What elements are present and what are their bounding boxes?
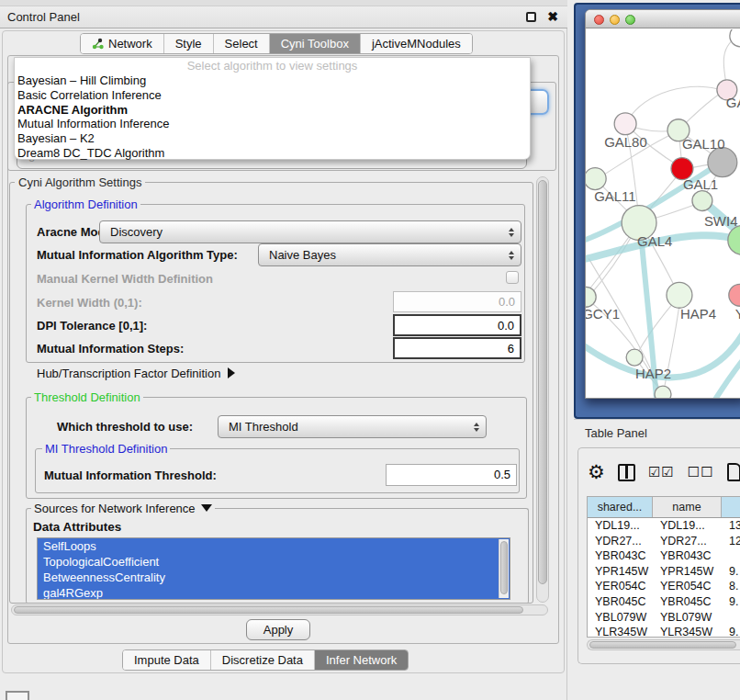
attribute-item-selected[interactable]: TopologicalCoefficient bbox=[38, 554, 510, 570]
cell[interactable]: 9. bbox=[722, 564, 740, 580]
node-y-partial[interactable] bbox=[729, 284, 740, 306]
tab-style[interactable]: Style bbox=[164, 34, 214, 53]
node-green-right[interactable] bbox=[728, 225, 740, 254]
cell[interactable]: YBL079W bbox=[588, 610, 653, 626]
algorithm-option[interactable]: Bayesian – K2 bbox=[15, 131, 530, 146]
cell[interactable]: 13 bbox=[722, 518, 740, 534]
close-panel-icon[interactable]: ✖ bbox=[547, 9, 558, 24]
cell[interactable]: YBR043C bbox=[653, 548, 722, 564]
mi-steps-value: 6 bbox=[508, 339, 514, 358]
cell[interactable] bbox=[722, 610, 740, 626]
table-row[interactable]: YBR043C YBR043C bbox=[588, 548, 740, 564]
scrollbar-thumb[interactable] bbox=[589, 641, 736, 649]
mi-type-combobox[interactable]: Naive Bayes bbox=[258, 243, 521, 266]
table-row[interactable]: YBL079W YBL079W bbox=[588, 610, 740, 626]
cell[interactable] bbox=[722, 548, 740, 564]
attribute-list-scrollbar[interactable] bbox=[499, 539, 509, 598]
close-window-icon[interactable] bbox=[594, 15, 604, 25]
cell[interactable]: YER054C bbox=[653, 579, 722, 594]
settings-vertical-scrollbar[interactable] bbox=[536, 176, 549, 603]
cell[interactable]: YBR045C bbox=[588, 594, 653, 610]
cell[interactable]: YDL19... bbox=[588, 518, 653, 534]
cell[interactable]: YBR045C bbox=[653, 594, 722, 610]
deselect-all-columns-icon[interactable]: ☐☐ bbox=[688, 464, 714, 480]
column-header-shared-name[interactable]: shared... bbox=[588, 497, 653, 517]
algorithm-option[interactable]: Basic Correlation Inference bbox=[15, 88, 530, 103]
column-header-name[interactable]: name bbox=[653, 497, 722, 517]
cell[interactable]: YLR345W bbox=[653, 625, 722, 638]
scrollbar-thumb[interactable] bbox=[500, 541, 508, 594]
algorithm-option[interactable]: Bayesian – Hill Climbing bbox=[15, 73, 530, 88]
hub-section-toggle[interactable]: Hub/Transcription Factor Definition bbox=[37, 367, 235, 380]
table-row[interactable]: YDL19... YDL19... 13 bbox=[588, 518, 740, 534]
float-panel-icon[interactable] bbox=[526, 12, 536, 22]
apply-button[interactable]: Apply bbox=[246, 619, 310, 640]
show-columns-icon[interactable] bbox=[618, 464, 635, 481]
tab-impute-data[interactable]: Impute Data bbox=[123, 650, 211, 670]
scrollbar-thumb[interactable] bbox=[538, 180, 547, 584]
settings-horizontal-scrollbar[interactable] bbox=[11, 604, 548, 615]
network-window-titlebar[interactable] bbox=[586, 10, 740, 28]
cell[interactable]: 12 bbox=[722, 534, 740, 549]
zoom-window-icon[interactable] bbox=[625, 15, 635, 25]
table-horizontal-scrollbar[interactable] bbox=[587, 639, 740, 650]
tab-network[interactable]: Network bbox=[81, 34, 164, 53]
network-canvas[interactable]: GAL GAL80 GAL10 GAL1 GAL11 SWI4 GAL4 GCY… bbox=[586, 29, 740, 399]
manual-kernel-checkbox[interactable] bbox=[506, 271, 519, 284]
column-header-partial[interactable] bbox=[722, 497, 740, 517]
export-table-icon[interactable] bbox=[727, 463, 740, 481]
control-panel-title: Control Panel bbox=[7, 10, 80, 24]
table-row[interactable]: YLR345W YLR345W 9. bbox=[588, 625, 740, 638]
cell[interactable]: YDR27... bbox=[653, 534, 722, 549]
cell[interactable]: YPR145W bbox=[588, 564, 653, 580]
table-row[interactable]: YBR045C YBR045C 9. bbox=[588, 594, 740, 610]
dpi-tolerance-input[interactable]: 0.0 bbox=[393, 314, 521, 336]
tab-cyni-toolbox[interactable]: Cyni Toolbox bbox=[270, 34, 361, 53]
cell[interactable]: 8. bbox=[722, 579, 740, 594]
attribute-item-selected[interactable]: BetweennessCentrality bbox=[38, 570, 510, 585]
table-row[interactable]: YER054C YER054C 8. bbox=[588, 579, 740, 594]
data-attributes-list[interactable]: SelfLoops TopologicalCoefficient Between… bbox=[37, 537, 510, 600]
attribute-item-selected[interactable]: gal4RGexp bbox=[38, 585, 510, 600]
node-attribute-table[interactable]: shared... name YDL19... YDL19... 13 YDR2… bbox=[587, 496, 740, 638]
cell[interactable]: YDR27... bbox=[588, 534, 653, 549]
mutual-information-threshold-input[interactable]: 0.5 bbox=[386, 464, 517, 486]
cell[interactable]: YPR145W bbox=[653, 564, 722, 580]
cell[interactable]: YLR345W bbox=[588, 625, 653, 638]
aracne-mode-combobox[interactable]: Discovery bbox=[99, 220, 521, 243]
node-gal11[interactable] bbox=[586, 168, 606, 190]
table-settings-gear-icon[interactable]: ⚙ bbox=[588, 463, 605, 481]
scrollbar-thumb[interactable] bbox=[14, 606, 523, 614]
corner-widget-partial[interactable] bbox=[6, 691, 29, 700]
algorithm-option-selected[interactable]: ARACNE Algorithm bbox=[15, 103, 530, 118]
node-gal80[interactable] bbox=[614, 113, 636, 135]
attribute-item-selected[interactable]: SelfLoops bbox=[38, 538, 510, 554]
tab-select[interactable]: Select bbox=[214, 34, 270, 53]
cell[interactable]: YDL19... bbox=[653, 518, 722, 534]
tab-discretize-data[interactable]: Discretize Data bbox=[211, 650, 315, 670]
node-swi4[interactable] bbox=[692, 191, 712, 211]
cell[interactable]: 9. bbox=[722, 594, 740, 610]
algorithm-option[interactable]: Dream8 DC_TDC Algorithm bbox=[15, 146, 530, 161]
node-hap2[interactable] bbox=[626, 349, 643, 366]
table-row[interactable]: YDR27... YDR27... 12 bbox=[588, 534, 740, 549]
select-all-columns-icon[interactable]: ☑☑ bbox=[648, 464, 675, 480]
cell[interactable]: YBL079W bbox=[653, 610, 722, 626]
cell[interactable]: 9. bbox=[722, 625, 740, 638]
minimize-window-icon[interactable] bbox=[610, 15, 620, 25]
node-gray[interactable] bbox=[708, 148, 737, 177]
algorithm-option[interactable]: Mutual Information Inference bbox=[15, 117, 530, 131]
sources-section-toggle[interactable]: Sources for Network Inference bbox=[31, 502, 215, 515]
cell[interactable]: YER054C bbox=[588, 579, 653, 594]
kernel-width-input[interactable]: 0.0 bbox=[393, 291, 521, 312]
cell[interactable]: YBR043C bbox=[588, 548, 653, 564]
node-unlabeled[interactable] bbox=[730, 29, 740, 47]
which-threshold-combobox[interactable]: MI Threshold bbox=[218, 415, 487, 438]
tab-infer-network[interactable]: Infer Network bbox=[315, 650, 408, 670]
tab-jactivemnodules[interactable]: jActiveMNodules bbox=[361, 34, 472, 53]
network-view-panel: GAL GAL80 GAL10 GAL1 GAL11 SWI4 GAL4 GCY… bbox=[574, 3, 740, 419]
table-row[interactable]: YPR145W YPR145W 9. bbox=[588, 564, 740, 580]
node-bottom-partial[interactable] bbox=[655, 386, 671, 399]
node-hap4[interactable] bbox=[667, 282, 692, 308]
mi-steps-input[interactable]: 6 bbox=[393, 337, 521, 359]
